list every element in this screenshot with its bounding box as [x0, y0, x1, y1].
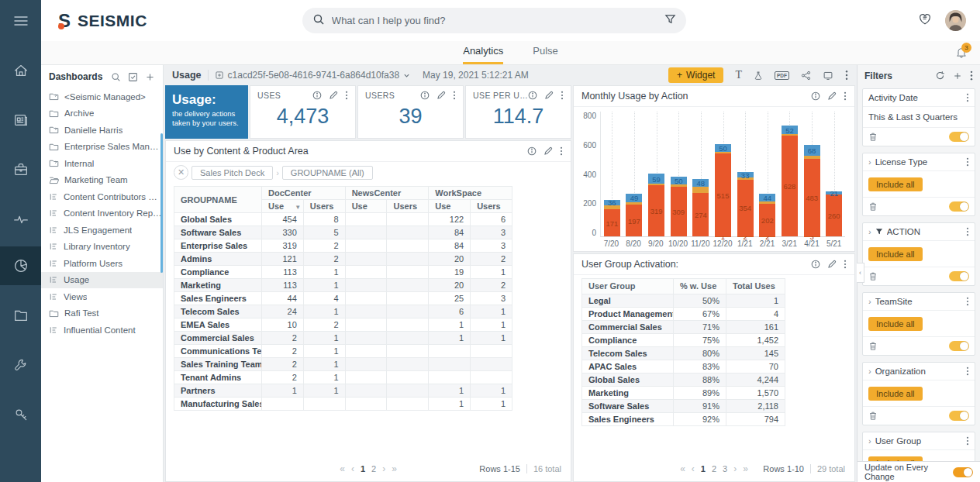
table-row[interactable]: Commercial Sales 71% 161	[582, 321, 785, 334]
sidebar-select-icon[interactable]	[128, 72, 138, 82]
sidebar-item[interactable]: <Seismic Managed>	[41, 88, 163, 105]
kebab-icon[interactable]	[966, 93, 969, 102]
table-row[interactable]: Compliance 75% 1,452	[582, 334, 785, 347]
filter-value[interactable]: This & Last 3 Quarters	[863, 106, 975, 127]
kebab-icon[interactable]	[561, 91, 564, 100]
edit-pencil-icon[interactable]	[827, 260, 837, 269]
page-number[interactable]: 2	[712, 464, 716, 473]
refresh-icon[interactable]	[935, 71, 945, 81]
tab-analytics[interactable]: Analytics	[463, 45, 503, 64]
info-icon[interactable]	[312, 91, 322, 100]
kebab-icon[interactable]	[966, 227, 969, 236]
include-all-chip[interactable]: Include all	[868, 177, 923, 191]
sidebar-item[interactable]: Archive	[41, 105, 163, 122]
info-icon[interactable]	[527, 146, 537, 156]
admin-wrench-icon[interactable]	[0, 346, 41, 384]
add-widget-button[interactable]: +Widget	[668, 67, 723, 83]
page-number[interactable]: 1	[701, 464, 706, 473]
analytics-pie-icon[interactable]	[0, 246, 41, 285]
expand-chevron-icon[interactable]: ›	[868, 227, 871, 236]
bar-12/20[interactable]: 151550	[712, 112, 734, 236]
kebab-icon[interactable]	[345, 91, 348, 100]
bar-9/20[interactable]: 31959	[645, 112, 668, 236]
sidebar-item[interactable]: Platform Users	[41, 255, 163, 272]
kebab-icon[interactable]	[453, 91, 456, 100]
prev-page-icon[interactable]: ‹	[351, 463, 354, 474]
sidebar-item[interactable]: Library Inventory	[41, 239, 163, 256]
flask-icon[interactable]	[754, 71, 763, 81]
last-page-icon[interactable]: »	[743, 463, 748, 474]
embed-monitor-icon[interactable]	[823, 71, 833, 81]
include-all-chip[interactable]: Include all	[868, 387, 923, 401]
content-folder-icon[interactable]	[0, 296, 41, 335]
sidebar-item[interactable]: Usage	[41, 272, 163, 289]
info-icon[interactable]	[420, 91, 430, 100]
table-row[interactable]: Marketing 89% 1,570	[582, 387, 785, 400]
bar-11/20[interactable]: 27448	[690, 112, 713, 236]
filter-card-header[interactable]: › ACTION	[863, 223, 975, 240]
kebab-icon[interactable]	[966, 367, 969, 376]
page-number[interactable]: 2	[371, 464, 376, 473]
next-page-icon[interactable]: ›	[733, 463, 737, 474]
col-doccenter-use[interactable]: Use▼	[262, 200, 304, 213]
filter-toggle[interactable]	[949, 201, 969, 212]
col-workspace-users[interactable]: Users	[471, 200, 512, 213]
sidebar-item[interactable]: Marketing Team	[41, 172, 163, 189]
first-page-icon[interactable]: «	[680, 463, 685, 474]
edit-pencil-icon[interactable]	[827, 91, 837, 101]
filter-toggle[interactable]	[949, 132, 969, 142]
sidebar-item[interactable]: Influential Content	[41, 322, 163, 339]
table-row[interactable]: Software Sales 330 5 84 3	[174, 226, 512, 239]
sidebar-item[interactable]: Internal	[41, 155, 163, 172]
share-icon[interactable]	[801, 71, 811, 81]
sidebar-search-icon[interactable]	[111, 72, 121, 82]
pdf-export-icon[interactable]: PDF	[775, 71, 789, 80]
first-page-icon[interactable]: «	[340, 463, 345, 474]
table-row[interactable]: Global Sales 454 8 122 6	[174, 213, 512, 226]
table-row[interactable]: Legal 50% 1	[582, 294, 785, 308]
col-newscenter-users[interactable]: Users	[387, 200, 429, 213]
edit-pencil-icon[interactable]	[437, 91, 446, 100]
table-row[interactable]: Telecom Sales 24 1 6 1	[174, 305, 512, 318]
table-row[interactable]: Manufacturing Sales 1 1	[174, 398, 512, 411]
bar-2/21[interactable]: 220244	[756, 112, 778, 236]
filter-card-header[interactable]: Activity Date	[863, 89, 975, 106]
filter-card-header[interactable]: › User Group	[863, 432, 975, 449]
sidebar-scrollbar[interactable]	[160, 133, 163, 273]
add-filter-icon[interactable]	[953, 71, 962, 81]
info-icon[interactable]	[811, 260, 820, 269]
filter-card-header[interactable]: › License Type	[863, 153, 975, 170]
filter-toggle[interactable]	[949, 271, 969, 281]
expand-chevron-icon[interactable]: ›	[868, 367, 871, 376]
filter-toggle[interactable]	[949, 411, 969, 421]
table-row[interactable]: Compliance 113 1 19 1	[174, 266, 512, 279]
activity-icon[interactable]	[0, 200, 41, 239]
menu-icon[interactable]	[0, 2, 41, 40]
info-icon[interactable]	[528, 91, 537, 100]
edit-pencil-icon[interactable]	[329, 91, 338, 100]
kebab-icon[interactable]	[560, 146, 563, 156]
kebab-icon[interactable]	[844, 260, 847, 269]
update-on-change-toggle[interactable]	[953, 467, 973, 477]
last-page-icon[interactable]: »	[392, 463, 397, 474]
table-row[interactable]: Marketing 113 1 20 2	[174, 279, 512, 292]
heart-list-icon[interactable]	[917, 12, 933, 29]
col-workspace-use[interactable]: Use	[429, 200, 471, 213]
bar-7/20[interactable]: 17136	[601, 112, 623, 236]
col-newscenter-use[interactable]: Use	[345, 200, 387, 213]
kebab-icon[interactable]	[966, 297, 969, 306]
table-row[interactable]: Tenant Admins 2 1	[174, 371, 512, 384]
table-row[interactable]: Enterprise Sales 319 2 84 3	[174, 239, 512, 253]
breadcrumb-level-1[interactable]: Sales Pitch Deck	[192, 166, 273, 180]
global-search[interactable]	[302, 8, 686, 33]
sidebar-item[interactable]: Content Contributors Rep...	[41, 188, 163, 205]
bar-3/21[interactable]: 62852	[778, 112, 801, 236]
filter-card-header[interactable]: › Organization	[863, 363, 975, 380]
trash-icon[interactable]	[868, 132, 878, 142]
page-number[interactable]: 1	[361, 464, 365, 473]
search-filter-icon[interactable]	[664, 13, 676, 28]
table-row[interactable]: Sales Training Team 2 1	[174, 358, 512, 371]
user-avatar[interactable]	[945, 10, 966, 31]
expand-chevron-icon[interactable]: ›	[868, 436, 871, 446]
trash-icon[interactable]	[868, 341, 878, 351]
